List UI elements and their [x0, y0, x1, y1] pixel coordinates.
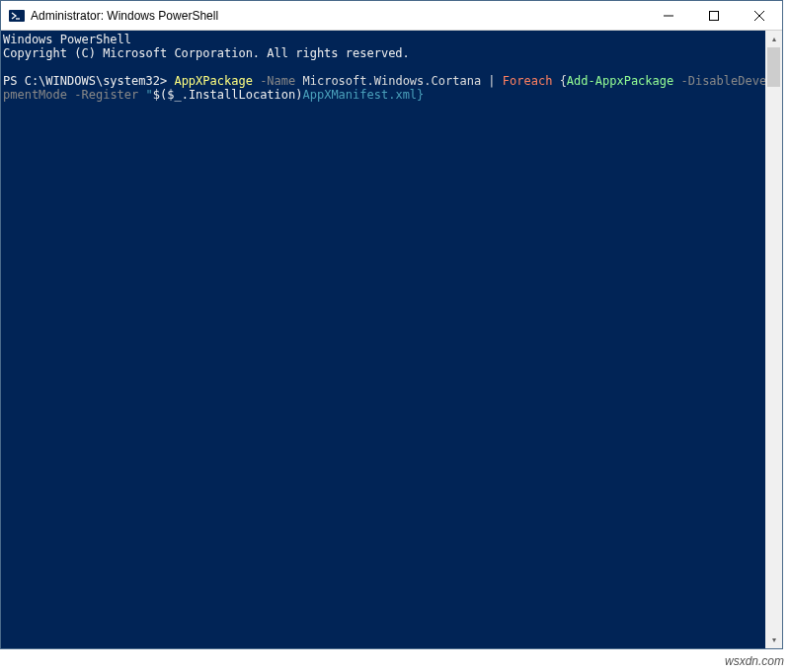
- pipe: |: [488, 74, 495, 88]
- cmdlet-appxpackage: AppXPackage: [174, 74, 252, 88]
- close-button[interactable]: [737, 1, 782, 30]
- console-output[interactable]: Windows PowerShell Copyright (C) Microso…: [1, 31, 782, 648]
- scroll-track[interactable]: [765, 47, 782, 632]
- window-controls: [646, 1, 782, 30]
- scroll-up-arrow[interactable]: ▴: [765, 31, 782, 47]
- param-name: -Name: [260, 74, 295, 88]
- prompt: PS C:\WINDOWS\system32>: [3, 74, 167, 88]
- scroll-down-arrow[interactable]: ▾: [765, 632, 782, 648]
- string-rest: AppXManifest.xml}: [302, 88, 424, 102]
- powershell-window: Administrator: Windows PowerShell Window…: [0, 0, 783, 649]
- scroll-thumb[interactable]: [767, 47, 780, 87]
- brace-open: {: [560, 74, 567, 88]
- minimize-button[interactable]: [646, 1, 691, 30]
- param-register: -Register: [74, 88, 138, 102]
- watermark: wsxdn.com: [725, 654, 784, 668]
- cmdlet-addappx: Add-AppxPackage: [567, 74, 673, 88]
- powershell-icon: [9, 8, 25, 24]
- vertical-scrollbar[interactable]: ▴ ▾: [765, 31, 782, 648]
- svg-rect-3: [710, 11, 719, 20]
- window-title: Administrator: Windows PowerShell: [31, 9, 646, 23]
- arg-cortana: Microsoft.Windows.Cortana: [302, 74, 481, 88]
- maximize-button[interactable]: [691, 1, 737, 30]
- subexpression: $($_.InstallLocation): [153, 88, 303, 102]
- minimize-icon: [664, 11, 673, 21]
- keyword-foreach: Foreach: [503, 74, 553, 88]
- header-line-2: Copyright (C) Microsoft Corporation. All…: [3, 46, 410, 60]
- header-line-1: Windows PowerShell: [3, 33, 131, 46]
- close-icon: [754, 11, 764, 21]
- titlebar[interactable]: Administrator: Windows PowerShell: [1, 1, 782, 31]
- maximize-icon: [709, 11, 719, 21]
- string-quote: ": [146, 88, 153, 102]
